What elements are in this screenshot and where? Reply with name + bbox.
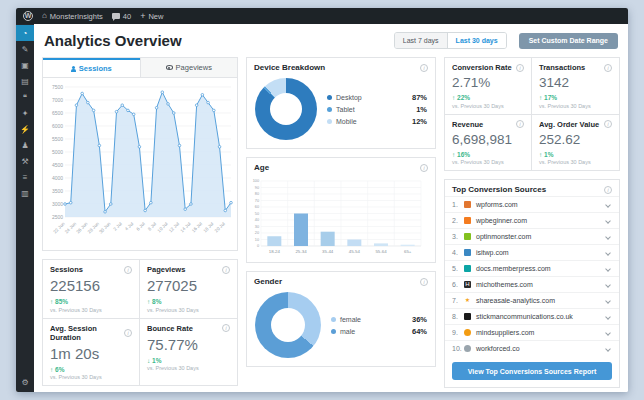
conversion-source-row[interactable]: 7.★ shareasale-analytics.com [445,292,619,308]
svg-text:20 Jul: 20 Jul [214,221,226,233]
svg-text:4 Jul: 4 Jul [124,221,134,231]
info-icon[interactable] [604,186,612,194]
adminbar-site-link[interactable]: ⌂ MonsterInsights [42,12,103,21]
adminbar-comments[interactable]: 40 [112,12,131,21]
chevron-down-icon[interactable] [605,346,611,352]
favicon-icon [464,345,471,352]
metric-value: 1m 20s [50,345,132,362]
metric-label: Avg. Order Value [539,120,599,129]
svg-text:35-44: 35-44 [322,249,334,254]
metric-label: Sessions [50,265,83,274]
chevron-down-icon[interactable] [605,282,611,288]
metric-value: 225156 [50,277,132,294]
chevron-down-icon[interactable] [605,234,611,240]
browser-window: W ⌂ MonsterInsights 40 + New ◔✎▣▤❝✦⚡♟⚒≡▥… [16,8,628,392]
gender-title: Gender [254,277,282,286]
conversion-source-row[interactable]: 6.H michothemes.com [445,276,619,292]
comments-count: 40 [123,12,131,21]
menu-pages[interactable]: ▤ [16,73,34,89]
conversion-source-row[interactable]: 3. optinmonster.com [445,228,619,244]
info-icon[interactable] [124,329,132,337]
menu-monsterinsights-dashboard[interactable]: ◔ [16,25,34,41]
age-card: Age 010203040506070809010018-2425-3435-4… [246,157,436,263]
info-icon[interactable] [222,324,230,332]
svg-text:30: 30 [255,225,259,229]
legend-item: Mobile 12% [327,117,427,126]
info-icon[interactable] [222,266,230,274]
device-donut-chart [255,78,317,140]
legend-label: female [340,316,361,323]
menu-appearance[interactable]: ✦ [16,105,34,121]
svg-text:40: 40 [255,218,259,222]
info-icon[interactable] [516,64,524,72]
conversion-source-row[interactable]: 1. wpforms.com [445,196,619,212]
metric-delta: ↑ 17% [539,94,612,101]
svg-text:14 Jul: 14 Jul [179,221,191,233]
source-rank: 4. [452,249,464,256]
menu-comments[interactable]: ❝ [16,89,34,105]
date-range-group: Last 7 days Last 30 days [394,32,507,49]
svg-text:100: 100 [253,179,259,183]
source-rank: 7. [452,297,464,304]
svg-text:12 Jul: 12 Jul [168,221,180,233]
source-domain: wpforms.com [476,201,606,208]
chevron-down-icon[interactable] [605,218,611,224]
source-rank: 5. [452,265,464,272]
source-rank: 9. [452,329,464,336]
metric-conversion-rate: Conversion Rate 2.71% ↑ 22% vs. Previous… [445,58,532,115]
tab-pageviews[interactable]: Pageviews [140,58,238,77]
menu-media[interactable]: ▣ [16,57,34,73]
legend-dot [327,119,332,124]
conversion-source-row[interactable]: 8. stickmancommunications.co.uk [445,308,619,324]
favicon-icon [464,313,471,320]
tab-sessions[interactable]: Sessions [43,58,140,77]
metric-delta: ↑ 16% [452,151,524,158]
metric-delta: ↑ 85% [50,298,132,305]
info-icon[interactable] [420,164,428,172]
source-rank: 1. [452,201,464,208]
metric-label: Bounce Rate [147,324,193,333]
menu-users[interactable]: ♟ [16,137,34,153]
conversion-source-row[interactable]: 9. mindsuppliers.com [445,324,619,340]
info-icon[interactable] [420,64,428,72]
chevron-down-icon[interactable] [605,266,611,272]
conversion-source-row[interactable]: 4. isitwp.com [445,244,619,260]
menu-tools[interactable]: ⚒ [16,153,34,169]
conversion-source-row[interactable]: 5. docs.memberpress.com [445,260,619,276]
menu-settings[interactable]: ≡ [16,169,34,185]
chevron-down-icon[interactable] [605,202,611,208]
menu-plugins[interactable]: ⚡ [16,121,34,137]
legend-dot [327,95,332,100]
view-sources-report-button[interactable]: View Top Conversions Sources Report [452,362,612,380]
chevron-down-icon[interactable] [605,298,611,304]
conversion-source-row[interactable]: 2. wpbeginner.com [445,212,619,228]
legend-label: Tablet [336,106,355,113]
adminbar-new[interactable]: + New [140,12,163,21]
metric-avg-session-duration: Avg. Session Duration 1m 20s ↑ 6% vs. Pr… [43,319,140,386]
set-custom-date-range-button[interactable]: Set Custom Date Range [519,33,618,49]
info-icon[interactable] [124,266,132,274]
legend-value: 12% [412,117,427,126]
wordpress-logo-icon[interactable]: W [23,11,33,21]
metric-value: 3142 [539,75,612,90]
metric-value: 2.71% [452,75,524,90]
source-domain: michothemes.com [476,281,606,288]
chevron-down-icon[interactable] [605,250,611,256]
svg-text:7500: 7500 [52,84,63,90]
chevron-down-icon[interactable] [605,314,611,320]
source-domain: docs.memberpress.com [476,265,606,272]
menu-collapse-settings[interactable]: ⚙ [16,374,34,390]
chevron-down-icon[interactable] [605,330,611,336]
info-icon[interactable] [420,278,428,286]
legend-label: Desktop [336,94,362,101]
last-7-days-button[interactable]: Last 7 days [395,33,447,48]
info-icon[interactable] [604,64,612,72]
info-icon[interactable] [604,120,612,128]
svg-text:3000: 3000 [52,201,63,207]
legend-value: 64% [412,327,427,336]
menu-insights-reports[interactable]: ▥ [16,185,34,201]
last-30-days-button[interactable]: Last 30 days [447,33,506,48]
conversion-source-row[interactable]: 10. workforced.co [445,340,619,356]
menu-posts[interactable]: ✎ [16,41,34,57]
info-icon[interactable] [516,120,524,128]
